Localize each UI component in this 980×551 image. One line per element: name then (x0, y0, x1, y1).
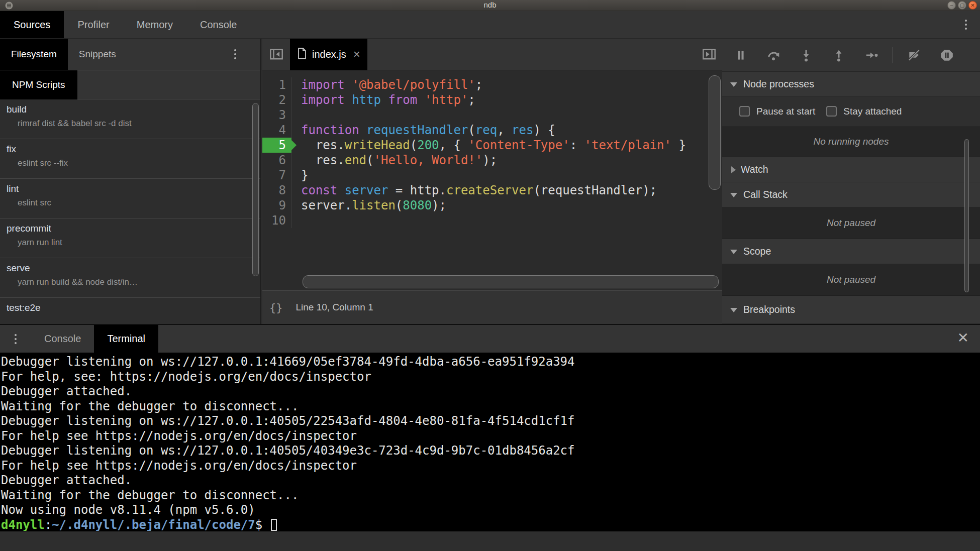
editor-tab-close-icon[interactable]: × (353, 47, 360, 61)
code-line-2[interactable]: 2import http from 'http'; (262, 92, 722, 107)
stay-attached-option[interactable]: Stay attached (826, 106, 902, 117)
line-number-gutter[interactable]: 10 (262, 213, 291, 228)
section-node-processes[interactable]: Node processes (722, 72, 980, 96)
npm-script-item-precommit[interactable]: precommityarn run lint (0, 218, 260, 258)
code-line-8[interactable]: 8const server = http.createServer(reques… (262, 183, 722, 198)
code-line-5[interactable]: 5 res.writeHead(200, { 'Content-Type': '… (262, 138, 722, 153)
terminal-cursor (271, 519, 277, 531)
code-line-3[interactable]: 3 (262, 107, 722, 123)
deactivate-breakpoints-icon[interactable] (907, 48, 922, 63)
navigator-scrollbar[interactable] (252, 103, 259, 276)
editor-vertical-scrollbar[interactable] (709, 75, 721, 190)
toggle-debugger-sidebar-icon[interactable] (699, 44, 719, 64)
chevron-down-icon (730, 308, 737, 312)
npm-script-item-build[interactable]: buildrimraf dist && babel src -d dist (0, 99, 260, 139)
editor-horizontal-scrollbar[interactable] (303, 275, 719, 288)
npm-script-item-serve[interactable]: serveyarn run build && node dist/in… (0, 258, 260, 298)
terminal-line: For help see https://nodejs.org/en/docs/… (0, 429, 980, 444)
terminal-line: Debugger listening on ws://127.0.0.1:405… (0, 444, 980, 459)
tab-memory[interactable]: Memory (123, 11, 186, 38)
pause-on-exceptions-icon[interactable] (939, 48, 954, 63)
terminal-line: Debugger attached. (0, 473, 980, 488)
ndb-window: ndb –▢✕ SourcesProfilerMemoryConsole Fil… (0, 0, 980, 551)
chevron-down-icon (730, 193, 737, 197)
terminal-line: Now using node v8.11.4 (npm v5.6.0) (0, 503, 980, 518)
step-icon[interactable] (864, 48, 879, 63)
checkbox-label: Pause at start (756, 106, 815, 117)
script-name: precommit (7, 223, 260, 234)
code-text (291, 107, 301, 123)
main-tab-strip: SourcesProfilerMemoryConsole (0, 11, 250, 38)
line-number-gutter[interactable]: 2 (262, 92, 291, 107)
code-text: res.writeHead(200, { 'Content-Type': 'te… (291, 138, 686, 153)
pause-at-start-checkbox[interactable] (739, 106, 750, 117)
code-editor[interactable]: 1import '@babel/polyfill';2import http f… (262, 70, 722, 290)
script-name: test:e2e (7, 302, 260, 313)
code-line-4[interactable]: 4function requestHandler(req, res) { (262, 123, 722, 138)
pause-at-start-option[interactable]: Pause at start (739, 106, 815, 117)
toolbar-divider (893, 47, 893, 63)
line-number-gutter[interactable]: 5 (262, 138, 291, 153)
tab-sources[interactable]: Sources (0, 11, 64, 38)
code-text: const server = http.createServer(request… (291, 183, 657, 198)
terminal-output[interactable]: Debugger listening on ws://127.0.0.1:416… (0, 353, 980, 531)
npm-script-item-test-e2e[interactable]: test:e2e (0, 298, 260, 324)
line-number-gutter[interactable]: 7 (262, 168, 291, 183)
pretty-print-icon[interactable]: {} (269, 301, 283, 314)
code-line-7[interactable]: 7} (262, 168, 722, 183)
step-into-icon[interactable] (799, 48, 814, 63)
section-call-stack[interactable]: Call Stack (722, 182, 980, 207)
chevron-down-icon (730, 250, 737, 254)
npm-script-item-lint[interactable]: linteslint src (0, 179, 260, 218)
navigator-tab-strip: FilesystemSnippets (0, 39, 127, 70)
section-scope[interactable]: Scope (722, 239, 980, 264)
tab-terminal[interactable]: Terminal (94, 325, 158, 353)
tab-console[interactable]: Console (31, 325, 94, 353)
line-number-gutter[interactable]: 6 (262, 153, 291, 168)
maximize-button[interactable]: ▢ (958, 1, 966, 10)
line-number-gutter[interactable]: 1 (262, 77, 291, 92)
debugger-toolbar (722, 39, 980, 72)
code-line-10[interactable]: 10 (262, 213, 722, 228)
editor-tab-indexjs[interactable]: index.js × (290, 39, 367, 70)
navigator-panel: FilesystemSnippets NPM Scripts buildrimr… (0, 39, 261, 324)
tab-filesystem[interactable]: Filesystem (0, 39, 68, 70)
stay-attached-checkbox[interactable] (826, 106, 837, 117)
line-number-gutter[interactable]: 8 (262, 183, 291, 198)
code-line-6[interactable]: 6 res.end('Hello, World!'); (262, 153, 722, 168)
section-breakpoints[interactable]: Breakpoints (722, 296, 980, 324)
navigator-menu-kebab-icon[interactable] (234, 49, 236, 59)
npm-scripts-row: NPM Scripts (0, 70, 260, 99)
no-running-nodes-message: No running nodes (722, 127, 980, 157)
section-watch[interactable]: Watch (722, 157, 980, 182)
terminal-line: Waiting for the debugger to disconnect..… (0, 399, 980, 414)
section-label: Watch (741, 164, 768, 175)
minimize-button[interactable]: – (947, 1, 956, 10)
line-number-gutter[interactable]: 3 (262, 107, 291, 123)
pause-icon[interactable] (733, 48, 748, 63)
drawer-tab-bar: ConsoleTerminal ✕ (0, 324, 980, 353)
tab-snippets[interactable]: Snippets (68, 39, 127, 70)
close-button[interactable]: ✕ (968, 1, 977, 10)
tab-console[interactable]: Console (186, 11, 250, 38)
code-text: import http from 'http'; (291, 92, 475, 107)
code-line-1[interactable]: 1import '@babel/polyfill'; (262, 77, 722, 92)
script-command: eslint src (18, 198, 260, 208)
code-text: res.end('Hello, World!'); (291, 153, 497, 168)
line-number-gutter[interactable]: 4 (262, 123, 291, 138)
main-menu-kebab-icon[interactable] (965, 20, 967, 30)
terminal-prompt[interactable]: d4nyll:~/.d4nyll/.beja/final/code/7$ (0, 518, 980, 531)
drawer-menu-kebab-icon[interactable] (0, 325, 31, 353)
step-over-icon[interactable] (766, 48, 781, 63)
debugger-scrollbar[interactable] (964, 139, 969, 292)
step-out-icon[interactable] (831, 48, 846, 63)
toggle-navigator-icon[interactable] (266, 44, 286, 64)
drawer-close-icon[interactable]: ✕ (957, 331, 969, 345)
editor-status-bar: {} Line 10, Column 1 (262, 290, 722, 324)
line-number-gutter[interactable]: 9 (262, 198, 291, 213)
npm-script-item-fix[interactable]: fixeslint src --fix (0, 139, 260, 179)
terminal-line: For help, see: https://nodejs.org/en/doc… (0, 370, 980, 385)
npm-scripts-tab[interactable]: NPM Scripts (0, 70, 77, 99)
tab-profiler[interactable]: Profiler (64, 11, 123, 38)
code-line-9[interactable]: 9server.listen(8080); (262, 198, 722, 213)
